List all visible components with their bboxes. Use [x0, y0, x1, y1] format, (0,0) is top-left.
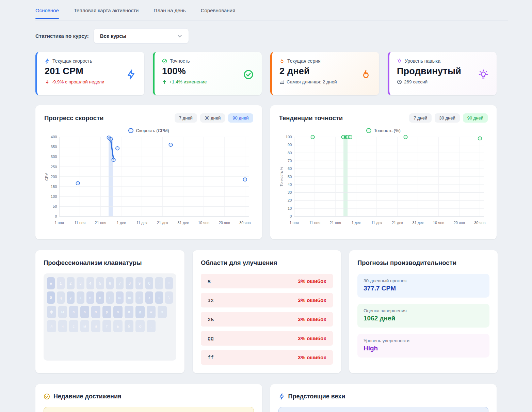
chart-legend: Точность (%) — [279, 128, 488, 133]
keyboard-key: х — [145, 291, 153, 304]
keyboard-key: - — [155, 277, 163, 289]
svg-text:0: 0 — [290, 214, 292, 218]
keyboard-key: д — [135, 306, 145, 318]
keyboard-key: м — [80, 320, 90, 332]
stat-card-value: 2 дней — [279, 66, 372, 77]
lightning-icon — [126, 69, 136, 80]
svg-text:300: 300 — [51, 155, 57, 159]
keyboard-key: 4 — [86, 277, 94, 289]
svg-text:200: 200 — [51, 175, 57, 179]
keyboard-key: ч — [58, 320, 67, 332]
tab-3[interactable]: Соревнования — [201, 7, 235, 19]
stat-card-label: Точность — [170, 58, 190, 64]
keyboard-key: ё — [47, 277, 55, 289]
legend-label: Точность (%) — [374, 128, 401, 133]
course-filter-row: Статистика по курсу: Все курсы — [35, 28, 497, 44]
keyboard-key: г — [106, 291, 114, 304]
svg-text:11 ноя: 11 ноя — [309, 221, 320, 225]
svg-text:31 дек: 31 дек — [178, 221, 189, 225]
improvement-key: хъ — [208, 316, 214, 322]
lightbulb-icon — [478, 69, 488, 80]
svg-text:150: 150 — [51, 185, 57, 189]
stat-card-accuracy: Точность 100% +1.4% изменение — [153, 52, 262, 95]
keyboard-key: 5 — [96, 277, 104, 289]
tab-1[interactable]: Тепловая карта активности — [74, 7, 139, 19]
keyboard-key: ы — [58, 306, 67, 318]
stat-card-label: Текущая скорость — [52, 58, 92, 64]
svg-text:21 ноя: 21 ноя — [329, 221, 341, 225]
bar-chart-icon — [279, 79, 285, 84]
bottom-row: Недавние достижения Предстоящие вехи — [35, 384, 497, 412]
stat-card-speed: Текущая скорость 201 CPM -9.9% с прошлой… — [35, 52, 144, 95]
dashboard-page: ОсновноеТепловая карта активностиПлан на… — [0, 0, 532, 412]
svg-text:50: 50 — [53, 204, 57, 208]
keyboard-key: р — [102, 306, 112, 318]
keyboard-key: щ — [126, 291, 133, 304]
range-button-30-дней[interactable]: 30 дней — [200, 113, 225, 123]
improvement-row: gg 3% ошибок — [201, 331, 333, 346]
improvement-error-rate: 3% ошибок — [298, 354, 326, 360]
keyboard-key: 1 — [57, 277, 65, 289]
keyboard-key: н — [96, 291, 104, 304]
svg-text:1 ноя: 1 ноя — [289, 221, 299, 225]
range-buttons: 7 дней30 дней90 дней — [175, 113, 253, 123]
lightbulb-icon — [397, 59, 402, 64]
prediction-box: Оценка завершения 1062 дней — [357, 304, 489, 328]
stat-cards: Текущая скорость 201 CPM -9.9% с прошлой… — [35, 52, 497, 95]
legend-label: Скорость (CPM) — [136, 128, 169, 133]
range-button-7-дней[interactable]: 7 дней — [409, 113, 432, 123]
stat-card-subtext: +1.4% изменение — [169, 79, 207, 84]
prediction-label: 30-дневный прогноз — [364, 278, 483, 283]
keyboard-key: 7 — [116, 277, 124, 289]
stat-card-skill: Уровень навыка Продвинутый 269 сессий — [388, 52, 497, 95]
svg-text:21 дек: 21 дек — [391, 221, 403, 225]
range-button-7-дней[interactable]: 7 дней — [175, 113, 197, 123]
stat-card-value: Продвинутый — [397, 66, 489, 77]
improvement-error-rate: 3% ошибок — [298, 335, 326, 341]
stat-card-streak: Текущая серия 2 дней Самая длинная: 2 дн… — [270, 52, 379, 95]
tab-main[interactable]: Основное — [35, 7, 59, 19]
keyboard-key: о — [113, 306, 123, 318]
recent-achievements-card: Недавние достижения — [35, 384, 262, 412]
clock-icon — [397, 79, 402, 84]
improvement-list: ж 3% ошибокзх 3% ошибокхъ 3% ошибокgg 3%… — [201, 274, 333, 365]
speed-progress-card: Прогресс скорости 7 дней30 дней90 дней С… — [35, 105, 262, 239]
keyboard-key: к — [77, 291, 84, 304]
lightning-icon — [278, 393, 285, 400]
keyboard-key: ф — [47, 306, 56, 318]
keyboard-key: ъ — [155, 291, 163, 304]
svg-text:100: 100 — [51, 194, 57, 199]
legend-marker-icon — [128, 128, 133, 133]
course-select-value: Все курсы — [100, 33, 127, 39]
prediction-label: Уровень уверенности — [364, 338, 483, 343]
svg-text:Точность %: Точность % — [279, 167, 283, 187]
keyboard-key: п — [91, 306, 100, 318]
range-button-90-дней[interactable]: 90 дней — [228, 113, 253, 123]
recent-achievements-title: Недавние достижения — [53, 393, 122, 400]
range-button-30-дней[interactable]: 30 дней — [435, 113, 460, 123]
course-select[interactable]: Все курсы — [94, 28, 189, 44]
performance-predictions-title: Прогнозы производительности — [357, 259, 489, 267]
tab-2[interactable]: План на день — [154, 7, 186, 19]
stat-card-subtext: Самая длинная: 2 дней — [287, 79, 337, 84]
milestone-item — [278, 407, 489, 412]
svg-text:90: 90 — [288, 143, 292, 147]
improvement-row: зх 3% ошибок — [201, 293, 333, 307]
prediction-box: 30-дневный прогноз 377.7 CPM — [357, 274, 489, 298]
improvement-key: ж — [208, 278, 211, 284]
achievement-item — [44, 407, 254, 412]
keyboard-key: з — [135, 291, 143, 304]
check-circle-icon — [243, 69, 254, 80]
svg-text:400: 400 — [51, 135, 57, 139]
improvement-areas-title: Области для улучшения — [201, 259, 333, 267]
range-button-90-дней[interactable]: 90 дней — [463, 113, 488, 123]
chart-title: Прогресс скорости — [44, 114, 103, 122]
keyboard-key: в — [69, 306, 78, 318]
prediction-value: High — [364, 345, 483, 352]
keyboard-key: л — [125, 306, 134, 318]
svg-text:30 янв: 30 янв — [239, 221, 251, 225]
keyboard-key: й — [47, 291, 55, 304]
keyboard-key: 8 — [126, 277, 133, 289]
keyboard-proficiency-title: Профессионализм клавиатуры — [44, 259, 176, 267]
improvement-key: ff — [208, 354, 214, 361]
